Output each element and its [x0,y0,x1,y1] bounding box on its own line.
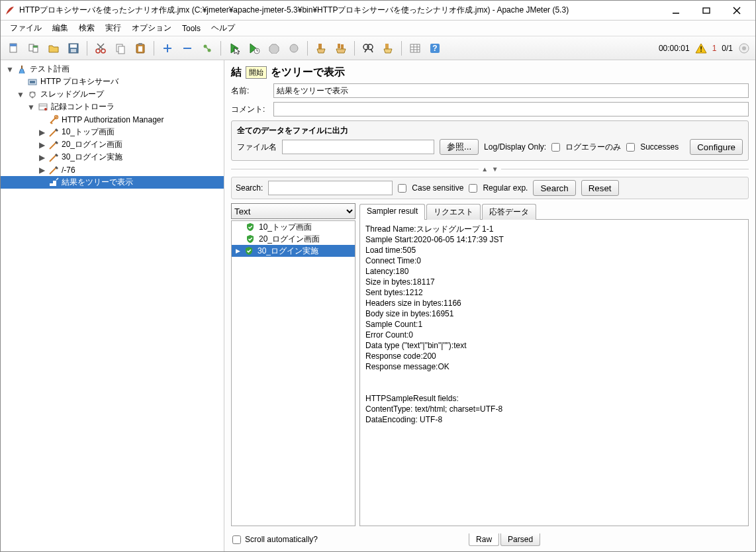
function-helper-icon[interactable] [407,40,423,56]
tree-item-label: HTTP プロキシサーバ [40,76,118,87]
svg-rect-11 [71,49,76,52]
sampler-result-text[interactable]: Thread Name:スレッドグループ 1-1 Sample Start:20… [359,219,749,526]
comment-label: コメント: [231,104,268,115]
tab-raw[interactable]: Raw [469,533,499,546]
minimize-button[interactable] [661,2,690,19]
case-sensitive-checkbox[interactable] [398,184,406,193]
menu-edit[interactable]: 編集 [48,21,72,35]
thread-count: 0/1 [722,44,733,53]
result-item[interactable]: 10_トップ画面 [232,221,355,233]
expand-icon[interactable] [160,40,175,56]
warning-icon[interactable]: ! [695,42,707,54]
name-input[interactable] [273,83,749,98]
stop-icon[interactable] [266,40,282,56]
svg-line-26 [206,47,209,50]
log-errors-only-checkbox[interactable] [551,143,560,152]
collapse-icon[interactable] [179,40,195,56]
svg-rect-66 [50,183,53,186]
filename-input[interactable] [282,140,434,154]
svg-point-53 [30,91,32,93]
menu-options[interactable]: オプション [128,21,175,35]
close-button[interactable] [722,2,751,19]
tab-sampler-result[interactable]: Sampler result [359,204,425,220]
toggle-icon[interactable] [199,40,215,56]
svg-rect-49 [21,66,23,69]
search-icon[interactable] [360,40,376,56]
tree-item[interactable]: ▶10_トップ画面 [1,126,224,138]
menu-help[interactable]: ヘルプ [207,21,239,35]
test-plan-tree[interactable]: ▼テスト計画HTTP プロキシサーバ▼スレッドグループ▼記録コントローラHTTP… [1,60,224,551]
tree-item-label: 10_トップ画面 [62,126,115,138]
expand-arrow-icon[interactable]: ▶ [38,128,46,137]
open-icon[interactable] [46,40,62,56]
svg-point-30 [290,44,298,52]
success-shield-icon [244,246,254,255]
svg-rect-5 [10,44,17,46]
result-item[interactable]: 20_ログイン画面 [232,233,355,245]
new-icon[interactable] [6,40,22,56]
templates-icon[interactable] [26,40,42,56]
testplan-icon [17,64,27,75]
comment-input[interactable] [273,102,749,116]
regex-checkbox[interactable] [469,184,477,193]
search-input[interactable] [268,181,393,195]
error-count: 1 [712,44,717,53]
svg-rect-32 [338,44,340,48]
copy-icon[interactable] [113,40,128,56]
browse-button[interactable]: 参照... [440,139,479,155]
regex-label: Regular exp. [483,183,528,193]
results-left: Text 10_トップ画面20_ログイン画面▶30_ログイン実施 [231,203,355,526]
start-button[interactable] [226,40,242,56]
sampler-icon [48,152,59,163]
clear-all-icon[interactable] [333,40,349,56]
tree-item[interactable]: ▶30_ログイン実施 [1,151,224,163]
svg-rect-10 [70,44,77,48]
expand-arrow-icon[interactable]: ▶ [38,153,46,162]
tree-item[interactable]: HTTP Authorization Manager [1,113,224,126]
shutdown-icon[interactable] [286,40,302,56]
tab-request[interactable]: リクエスト [426,204,481,220]
tree-item[interactable]: ▼記録コントローラ [1,101,224,113]
maximize-button[interactable] [692,2,721,19]
renderer-select[interactable]: Text [231,203,355,219]
start-noTimers-icon[interactable] [246,40,262,56]
search-button[interactable]: Search [533,180,575,196]
expand-arrow-icon[interactable]: ▶ [38,140,46,150]
result-item[interactable]: ▶30_ログイン実施 [232,245,355,257]
successes-checkbox[interactable] [626,143,635,152]
expand-arrow-icon[interactable]: ▼ [6,65,14,74]
expand-arrow-icon[interactable]: ▼ [17,90,24,99]
svg-line-63 [50,142,56,149]
menu-tools[interactable]: Tools [178,23,205,34]
save-icon[interactable] [66,40,81,56]
tree-item[interactable]: ▶20_ログイン画面 [1,138,224,151]
menubar: ファイル 編集 検索 実行 オプション Tools ヘルプ [1,21,755,36]
scroll-auto-checkbox[interactable] [232,535,241,544]
tree-item[interactable]: ▼スレッドグループ [1,88,224,101]
tab-parsed[interactable]: Parsed [500,533,540,546]
tab-response[interactable]: 応答データ [482,204,536,220]
expand-arrow-icon[interactable]: ▶ [38,165,46,175]
reset-button[interactable]: Reset [581,180,619,196]
menu-search[interactable]: 検索 [75,21,99,35]
paste-icon[interactable] [132,40,148,56]
tree-item[interactable]: ▼テスト計画 [1,63,224,75]
clear-icon[interactable] [313,40,329,56]
expand-arrow-icon[interactable]: ▼ [27,103,35,112]
help-icon[interactable]: ? [427,40,443,56]
result-list[interactable]: 10_トップ画面20_ログイン画面▶30_ログイン実施 [231,220,355,526]
tree-item[interactable]: HTTP プロキシサーバ [1,75,224,88]
menu-file[interactable]: ファイル [6,21,46,35]
tree-item[interactable]: 結果をツリーで表示 [1,176,224,189]
separator [87,41,87,56]
svg-rect-38 [385,44,389,49]
resultstree-icon [48,177,59,188]
reset-search-icon[interactable] [380,40,396,56]
titlebar: HTTPプロキシサーバを使ったシナリオ作成.jmx (C:¥jmeter¥apa… [1,1,755,21]
configure-button[interactable]: Configure [690,139,743,155]
toolbar-status: 00:00:01 ! 1 0/1 [659,42,750,54]
cut-icon[interactable] [93,40,109,56]
menu-run[interactable]: 実行 [101,21,125,35]
tree-item[interactable]: ▶/-76 [1,163,224,176]
tree-item-label: /-76 [62,165,75,175]
